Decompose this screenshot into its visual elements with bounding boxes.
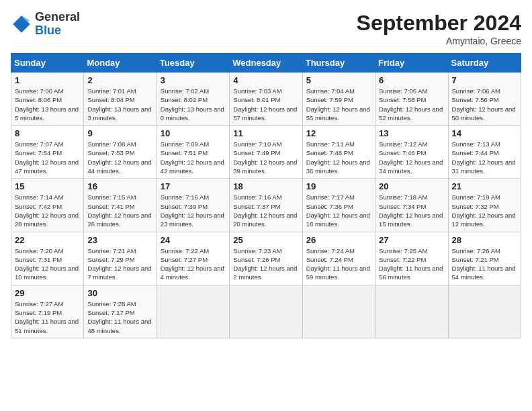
day-number: 2 xyxy=(87,75,152,85)
day-number: 16 xyxy=(87,181,152,191)
calendar-cell xyxy=(448,285,521,338)
calendar-cell: 6 Sunrise: 7:05 AMSunset: 7:58 PMDayligh… xyxy=(375,73,448,126)
day-detail: Sunrise: 7:05 AMSunset: 7:58 PMDaylight:… xyxy=(379,87,443,122)
calendar-cell: 13 Sunrise: 7:12 AMSunset: 7:46 PMDaylig… xyxy=(375,126,448,179)
col-saturday: Saturday xyxy=(448,54,521,73)
day-detail: Sunrise: 7:21 AMSunset: 7:29 PMDaylight:… xyxy=(87,247,151,281)
col-sunday: Sunday xyxy=(11,54,84,73)
day-detail: Sunrise: 7:20 AMSunset: 7:31 PMDaylight:… xyxy=(15,247,79,281)
day-number: 10 xyxy=(161,128,226,138)
day-detail: Sunrise: 7:25 AMSunset: 7:22 PMDaylight:… xyxy=(379,247,443,281)
day-detail: Sunrise: 7:14 AMSunset: 7:42 PMDaylight:… xyxy=(15,193,79,228)
calendar-cell: 18 Sunrise: 7:16 AMSunset: 7:37 PMDaylig… xyxy=(230,179,302,232)
day-detail: Sunrise: 7:28 AMSunset: 7:17 PMDaylight:… xyxy=(87,300,151,334)
day-detail: Sunrise: 7:02 AMSunset: 8:02 PMDaylight:… xyxy=(161,87,224,122)
location-label: Amyntaio, Greece xyxy=(357,36,521,46)
day-detail: Sunrise: 7:09 AMSunset: 7:51 PMDaylight:… xyxy=(161,140,224,175)
calendar-cell: 25 Sunrise: 7:23 AMSunset: 7:26 PMDaylig… xyxy=(230,232,302,285)
day-number: 25 xyxy=(233,235,298,245)
day-detail: Sunrise: 7:27 AMSunset: 7:19 PMDaylight:… xyxy=(15,300,79,334)
day-detail: Sunrise: 7:06 AMSunset: 7:56 PMDaylight:… xyxy=(452,87,516,122)
calendar-cell: 15 Sunrise: 7:14 AMSunset: 7:42 PMDaylig… xyxy=(11,179,84,232)
calendar-cell: 30 Sunrise: 7:28 AMSunset: 7:17 PMDaylig… xyxy=(84,285,157,338)
calendar-week-row: 8 Sunrise: 7:07 AMSunset: 7:54 PMDayligh… xyxy=(11,126,521,179)
calendar-cell: 27 Sunrise: 7:25 AMSunset: 7:22 PMDaylig… xyxy=(375,232,448,285)
logo-blue-text: Blue xyxy=(35,24,61,37)
svg-marker-0 xyxy=(13,15,30,33)
calendar-table: Sunday Monday Tuesday Wednesday Thursday… xyxy=(11,53,521,338)
day-number: 17 xyxy=(161,181,226,191)
day-detail: Sunrise: 7:16 AMSunset: 7:37 PMDaylight:… xyxy=(233,193,297,228)
day-number: 15 xyxy=(15,181,80,191)
day-number: 29 xyxy=(15,288,80,298)
calendar-cell xyxy=(375,285,448,338)
calendar-cell: 28 Sunrise: 7:26 AMSunset: 7:21 PMDaylig… xyxy=(448,232,521,285)
calendar-cell xyxy=(157,285,229,338)
calendar-cell: 5 Sunrise: 7:04 AMSunset: 7:59 PMDayligh… xyxy=(302,73,375,126)
day-number: 23 xyxy=(87,235,152,245)
day-number: 1 xyxy=(15,75,80,85)
calendar-cell: 8 Sunrise: 7:07 AMSunset: 7:54 PMDayligh… xyxy=(11,126,84,179)
col-monday: Monday xyxy=(84,54,157,73)
calendar-week-row: 15 Sunrise: 7:14 AMSunset: 7:42 PMDaylig… xyxy=(11,179,521,232)
day-number: 21 xyxy=(452,181,517,191)
calendar-week-row: 1 Sunrise: 7:00 AMSunset: 8:06 PMDayligh… xyxy=(11,73,521,126)
calendar-cell: 12 Sunrise: 7:11 AMSunset: 7:48 PMDaylig… xyxy=(302,126,375,179)
page-header: General Blue September 2024 Amyntaio, Gr… xyxy=(11,11,521,46)
calendar-cell: 14 Sunrise: 7:13 AMSunset: 7:44 PMDaylig… xyxy=(448,126,521,179)
logo-icon xyxy=(11,13,32,35)
day-detail: Sunrise: 7:18 AMSunset: 7:34 PMDaylight:… xyxy=(379,193,443,228)
day-number: 24 xyxy=(161,235,226,245)
day-number: 4 xyxy=(233,75,298,85)
day-detail: Sunrise: 7:19 AMSunset: 7:32 PMDaylight:… xyxy=(452,193,516,228)
day-detail: Sunrise: 7:26 AMSunset: 7:21 PMDaylight:… xyxy=(452,247,516,281)
day-detail: Sunrise: 7:16 AMSunset: 7:39 PMDaylight:… xyxy=(161,193,224,228)
day-detail: Sunrise: 7:23 AMSunset: 7:26 PMDaylight:… xyxy=(233,247,297,281)
day-number: 22 xyxy=(15,235,80,245)
day-number: 8 xyxy=(15,128,80,138)
calendar-week-row: 29 Sunrise: 7:27 AMSunset: 7:19 PMDaylig… xyxy=(11,285,521,338)
day-number: 11 xyxy=(233,128,298,138)
calendar-cell: 11 Sunrise: 7:10 AMSunset: 7:49 PMDaylig… xyxy=(230,126,302,179)
calendar-cell: 7 Sunrise: 7:06 AMSunset: 7:56 PMDayligh… xyxy=(448,73,521,126)
logo: General Blue xyxy=(11,11,80,38)
day-detail: Sunrise: 7:13 AMSunset: 7:44 PMDaylight:… xyxy=(452,140,516,175)
day-number: 7 xyxy=(452,75,517,85)
day-number: 5 xyxy=(306,75,371,85)
calendar-cell: 22 Sunrise: 7:20 AMSunset: 7:31 PMDaylig… xyxy=(11,232,84,285)
day-number: 3 xyxy=(161,75,226,85)
day-number: 28 xyxy=(452,235,517,245)
day-detail: Sunrise: 7:12 AMSunset: 7:46 PMDaylight:… xyxy=(379,140,443,175)
calendar-cell: 10 Sunrise: 7:09 AMSunset: 7:51 PMDaylig… xyxy=(157,126,229,179)
col-friday: Friday xyxy=(375,54,448,73)
day-detail: Sunrise: 7:22 AMSunset: 7:27 PMDaylight:… xyxy=(161,247,224,281)
calendar-cell: 20 Sunrise: 7:18 AMSunset: 7:34 PMDaylig… xyxy=(375,179,448,232)
logo-general-text: General xyxy=(35,10,80,24)
calendar-week-row: 22 Sunrise: 7:20 AMSunset: 7:31 PMDaylig… xyxy=(11,232,521,285)
day-number: 19 xyxy=(306,181,371,191)
calendar-cell: 19 Sunrise: 7:17 AMSunset: 7:36 PMDaylig… xyxy=(302,179,375,232)
calendar-cell: 2 Sunrise: 7:01 AMSunset: 8:04 PMDayligh… xyxy=(84,73,157,126)
day-detail: Sunrise: 7:07 AMSunset: 7:54 PMDaylight:… xyxy=(15,140,79,175)
day-number: 30 xyxy=(87,288,152,298)
day-detail: Sunrise: 7:00 AMSunset: 8:06 PMDaylight:… xyxy=(15,87,79,122)
day-number: 6 xyxy=(379,75,444,85)
day-number: 18 xyxy=(233,181,298,191)
day-number: 27 xyxy=(379,235,444,245)
calendar-header-row: Sunday Monday Tuesday Wednesday Thursday… xyxy=(11,54,521,73)
day-detail: Sunrise: 7:24 AMSunset: 7:24 PMDaylight:… xyxy=(306,247,370,281)
day-detail: Sunrise: 7:01 AMSunset: 8:04 PMDaylight:… xyxy=(87,87,151,122)
title-area: September 2024 Amyntaio, Greece xyxy=(357,11,521,46)
day-number: 20 xyxy=(379,181,444,191)
day-detail: Sunrise: 7:03 AMSunset: 8:01 PMDaylight:… xyxy=(233,87,297,122)
day-number: 9 xyxy=(87,128,152,138)
calendar-cell: 23 Sunrise: 7:21 AMSunset: 7:29 PMDaylig… xyxy=(84,232,157,285)
calendar-cell: 26 Sunrise: 7:24 AMSunset: 7:24 PMDaylig… xyxy=(302,232,375,285)
day-detail: Sunrise: 7:17 AMSunset: 7:36 PMDaylight:… xyxy=(306,193,370,228)
calendar-cell xyxy=(302,285,375,338)
day-detail: Sunrise: 7:15 AMSunset: 7:41 PMDaylight:… xyxy=(87,193,151,228)
day-number: 26 xyxy=(306,235,371,245)
day-detail: Sunrise: 7:11 AMSunset: 7:48 PMDaylight:… xyxy=(306,140,370,175)
calendar-cell: 4 Sunrise: 7:03 AMSunset: 8:01 PMDayligh… xyxy=(230,73,302,126)
day-number: 14 xyxy=(452,128,517,138)
